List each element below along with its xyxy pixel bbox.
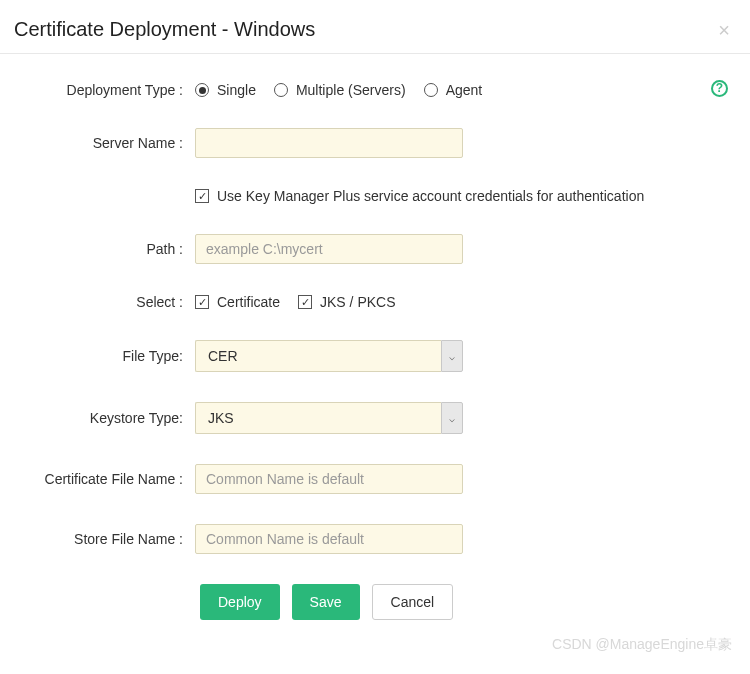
- row-keystore-type: Keystore Type: JKS ⌵: [0, 402, 750, 434]
- label-cert-file-name: Certificate File Name :: [0, 471, 195, 487]
- radio-label: Multiple (Servers): [296, 82, 406, 98]
- save-button[interactable]: Save: [292, 584, 360, 620]
- credentials-checkbox[interactable]: Use Key Manager Plus service account cre…: [195, 188, 644, 204]
- deploy-button[interactable]: Deploy: [200, 584, 280, 620]
- dialog-header: Certificate Deployment - Windows ×: [0, 0, 750, 54]
- select-certificate-checkbox[interactable]: Certificate: [195, 294, 280, 310]
- select-jks-pkcs-checkbox[interactable]: JKS / PKCS: [298, 294, 395, 310]
- server-name-input[interactable]: [195, 128, 463, 158]
- radio-icon: [274, 83, 288, 97]
- watermark: CSDN @ManageEngine卓豪: [552, 636, 732, 654]
- row-deployment-type: Deployment Type : Single Multiple (Serve…: [0, 82, 750, 98]
- store-file-name-input[interactable]: [195, 524, 463, 554]
- checkbox-icon: [195, 189, 209, 203]
- close-icon[interactable]: ×: [718, 20, 730, 40]
- radio-agent[interactable]: Agent: [424, 82, 483, 98]
- radio-label: Single: [217, 82, 256, 98]
- chevron-down-icon: ⌵: [441, 402, 463, 434]
- radio-icon: [424, 83, 438, 97]
- label-store-file-name: Store File Name :: [0, 531, 195, 547]
- keystore-type-select[interactable]: JKS ⌵: [195, 402, 463, 434]
- label-path: Path :: [0, 241, 195, 257]
- keystore-type-value: JKS: [195, 402, 441, 434]
- label-server-name: Server Name :: [0, 135, 195, 151]
- form-area: ? Deployment Type : Single Multiple (Ser…: [0, 54, 750, 620]
- path-input[interactable]: [195, 234, 463, 264]
- row-path: Path :: [0, 234, 750, 264]
- row-store-file-name: Store File Name :: [0, 524, 750, 554]
- help-icon[interactable]: ?: [711, 80, 728, 97]
- button-row: Deploy Save Cancel: [0, 584, 750, 620]
- radio-multiple[interactable]: Multiple (Servers): [274, 82, 406, 98]
- label-keystore-type: Keystore Type:: [0, 410, 195, 426]
- radio-label: Agent: [446, 82, 483, 98]
- dialog-title: Certificate Deployment - Windows: [14, 18, 315, 41]
- checkbox-label: JKS / PKCS: [320, 294, 395, 310]
- label-select: Select :: [0, 294, 195, 310]
- row-cert-file-name: Certificate File Name :: [0, 464, 750, 494]
- label-file-type: File Type:: [0, 348, 195, 364]
- cancel-button[interactable]: Cancel: [372, 584, 454, 620]
- file-type-select[interactable]: CER ⌵: [195, 340, 463, 372]
- deployment-type-options: Single Multiple (Servers) Agent: [195, 82, 482, 98]
- row-select: Select : Certificate JKS / PKCS: [0, 294, 750, 310]
- radio-icon: [195, 83, 209, 97]
- chevron-down-icon: ⌵: [441, 340, 463, 372]
- row-file-type: File Type: CER ⌵: [0, 340, 750, 372]
- checkbox-icon: [298, 295, 312, 309]
- cert-file-name-input[interactable]: [195, 464, 463, 494]
- checkbox-label: Use Key Manager Plus service account cre…: [217, 188, 644, 204]
- checkbox-label: Certificate: [217, 294, 280, 310]
- label-deployment-type: Deployment Type :: [0, 82, 195, 98]
- row-credentials: Use Key Manager Plus service account cre…: [0, 188, 750, 204]
- checkbox-icon: [195, 295, 209, 309]
- radio-single[interactable]: Single: [195, 82, 256, 98]
- row-server-name: Server Name :: [0, 128, 750, 158]
- file-type-value: CER: [195, 340, 441, 372]
